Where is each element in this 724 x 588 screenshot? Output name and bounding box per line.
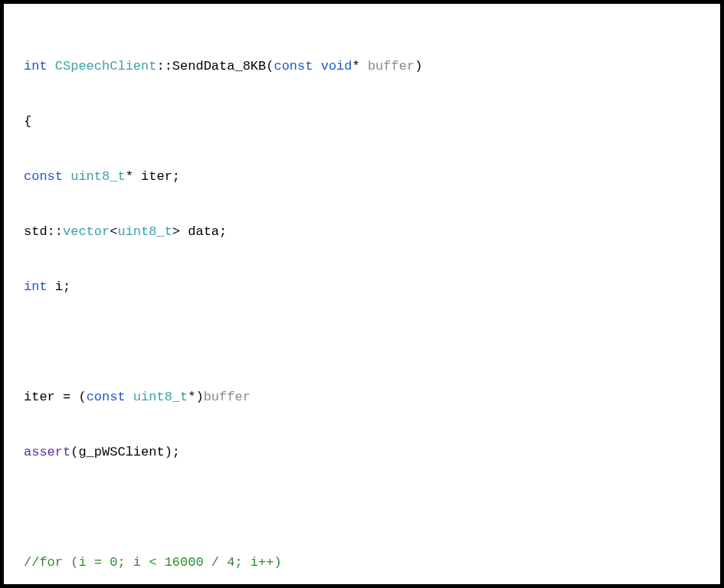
code-text: ) [414,59,422,74]
keyword-int: int [24,279,48,294]
type-uint8: uint8_t [117,224,172,239]
code-text: ::SendData_8KB( [156,59,274,74]
code-text: iter = ( [24,390,87,404]
keyword-void: void [321,59,352,74]
code-line-2: { [24,108,700,136]
keyword-const: const [87,390,126,404]
blank-line [24,328,700,356]
param-buffer: buffer [368,59,414,74]
code-text: *) [188,390,203,404]
type-vector: vector [63,224,110,239]
code-text: (g_pWSClient); [70,445,180,459]
code-line-3: const uint8_t* iter; [24,163,700,191]
code-text: > data; [172,224,227,239]
blank-line [24,494,700,521]
code-text [63,169,70,184]
code-line-5: int i; [24,273,700,301]
code-text [126,390,133,404]
code-text: * iter; [126,169,180,184]
keyword-const: const [274,59,313,74]
type-cspeechclient: CSpeechClient [48,59,157,74]
type-uint8: uint8_t [70,169,125,184]
keyword-int: int [24,59,48,74]
code-line-4: std::vector<uint8_t> data; [24,218,700,246]
code-text: < [110,224,117,239]
func-assert: assert [24,445,70,459]
code-text: * [352,59,368,74]
type-uint8: uint8_t [133,390,188,404]
code-line-6: iter = (const uint8_t*)buffer [24,384,700,411]
code-line-7: assert(g_pWSClient); [24,439,700,466]
code-text [313,59,320,74]
keyword-const: const [24,169,63,184]
code-text: std:: [24,224,63,239]
code-text: i; [48,279,71,294]
ident-buffer: buffer [204,390,251,404]
code-block: int CSpeechClient::SendData_8KB(const vo… [0,0,724,588]
code-line-1: int CSpeechClient::SendData_8KB(const vo… [24,53,700,80]
comment-line: //for (i = 0; i < 16000 / 4; i++) [24,549,700,577]
